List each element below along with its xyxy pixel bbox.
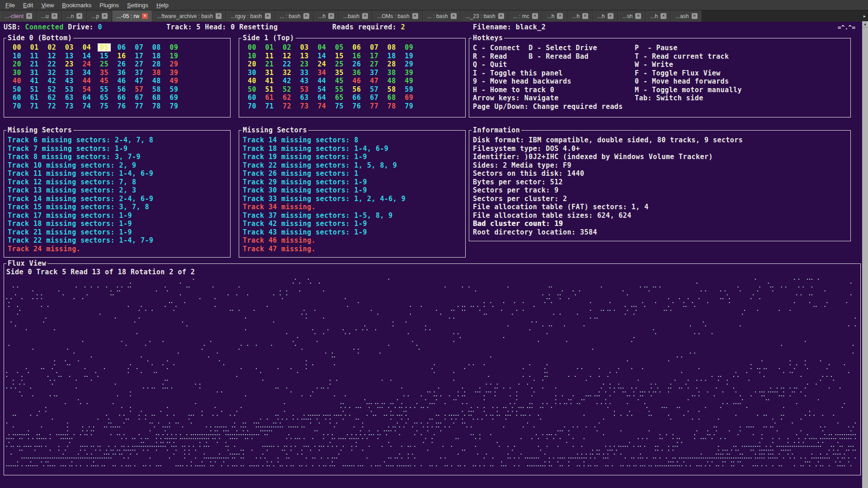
tab-close-icon[interactable]: ✕	[582, 13, 588, 19]
tab-13[interactable]: ... : mc✕	[509, 10, 542, 22]
track-cell: 51	[26, 85, 43, 94]
tab-close-icon[interactable]: ✕	[635, 13, 641, 19]
track-cell: 52	[278, 85, 296, 94]
track-cell: 49	[165, 77, 183, 85]
track-cell: 71	[261, 102, 278, 111]
track-cell: 07	[365, 43, 383, 52]
tab-close-icon[interactable]: ✕	[216, 13, 222, 19]
tab-4[interactable]: ...-05 : rw✕	[112, 10, 152, 22]
track-cell: 15	[330, 52, 348, 61]
tab-17[interactable]: ...sh✕	[618, 10, 646, 22]
scroll-up-icon[interactable]: ▲	[862, 21, 868, 28]
track-cell: 63	[61, 94, 78, 102]
tab-19[interactable]: ...ash✕	[671, 10, 702, 22]
tab-12[interactable]: ..._23 : bash✕	[461, 10, 509, 22]
tab-close-icon[interactable]: ✕	[557, 13, 563, 19]
menu-item-view[interactable]: View	[38, 1, 57, 9]
track-cell: 50	[8, 85, 26, 94]
tab-10[interactable]: ...OMs : bash✕	[373, 10, 422, 22]
tab-close-icon[interactable]: ✕	[412, 13, 418, 19]
menu-item-bookmarks[interactable]: Bookmarks	[58, 1, 95, 9]
tab-label: ...bash	[343, 13, 359, 19]
menu-item-file[interactable]: File	[2, 1, 19, 9]
missing-sectors-line: Track 10 missing sectors: 2, 9	[8, 161, 230, 170]
track-cell: 05	[330, 43, 348, 52]
tab-9[interactable]: ...bash✕	[339, 10, 373, 22]
side1-panel-title: Side 1 (Top)	[241, 34, 296, 42]
track-cell: 31	[261, 69, 278, 77]
track-cell: 23	[61, 60, 78, 69]
tab-label: ...ftware_archive : bash	[157, 13, 213, 19]
track-cell: 08	[383, 43, 401, 52]
menu-item-edit[interactable]: Edit	[19, 1, 37, 9]
tab-15[interactable]: ...h✕	[567, 10, 593, 22]
tab-label: ... : bash	[427, 13, 448, 19]
tab-7[interactable]: ... : bash✕	[275, 10, 314, 22]
tab-label: ...OMs : bash	[377, 13, 409, 19]
track-cell: 25	[330, 60, 348, 69]
tab-5[interactable]: ...ftware_archive : bash✕	[152, 10, 226, 22]
menu-item-plugins[interactable]: Plugins	[96, 1, 123, 9]
tab-close-icon[interactable]: ✕	[26, 13, 32, 19]
tab-18[interactable]: ...h✕	[646, 10, 671, 22]
track-cell: 72	[43, 102, 61, 111]
menu-item-help[interactable]: Help	[153, 1, 172, 9]
tab-close-icon[interactable]: ✕	[142, 13, 148, 19]
track-cell: 58	[148, 85, 165, 94]
tab-label: ...p	[91, 13, 99, 19]
tab-close-icon[interactable]: ✕	[265, 13, 271, 19]
track-cell: 51	[261, 85, 278, 94]
tab-1[interactable]: ...u✕	[37, 10, 62, 22]
track-cell: 00	[243, 43, 261, 52]
missing-sectors-line: Track 37 missing sectors: 1-5, 8, 9	[243, 211, 465, 220]
tab-11[interactable]: ... : bash✕	[423, 10, 461, 22]
track-cell: 79	[400, 102, 418, 111]
terminal-screen[interactable]: USB: Connected Drive: 0Track: 5 Head: 0 …	[0, 22, 868, 488]
track-cell: 61	[26, 94, 43, 102]
tab-14[interactable]: ...h✕	[542, 10, 568, 22]
track-cell: 32	[43, 69, 61, 77]
tab-close-icon[interactable]: ✕	[608, 13, 613, 19]
tab-2[interactable]: ...n✕	[62, 10, 87, 22]
tab-close-icon[interactable]: ✕	[451, 13, 457, 19]
tab-close-icon[interactable]: ✕	[76, 13, 82, 19]
tab-scroll-right-icon[interactable]: ▸	[861, 10, 868, 22]
missing-sectors-line: Track 26 missing sectors: 1	[243, 169, 465, 178]
track-cell: 36	[348, 69, 366, 77]
track-cell: 11	[26, 52, 43, 61]
track-cell: 13	[296, 52, 313, 61]
track-cell: 21	[26, 60, 43, 69]
missing-sectors-line: Track 24 missing.	[8, 245, 230, 253]
missing-sectors-line: Track 18 missing sectors: 1-9	[8, 220, 230, 228]
tab-6[interactable]: ...rguy : bash✕	[226, 10, 275, 22]
track-cell: 62	[43, 94, 61, 102]
tab-close-icon[interactable]: ✕	[692, 13, 698, 19]
track-cell: 46	[113, 77, 131, 85]
tab-label: ...n	[66, 13, 74, 19]
tab-close-icon[interactable]: ✕	[52, 13, 57, 19]
tab-close-icon[interactable]: ✕	[303, 13, 309, 19]
tab-close-icon[interactable]: ✕	[498, 13, 504, 19]
track-cell: 22	[278, 60, 296, 69]
track-cell: 60	[8, 94, 26, 102]
tab-close-icon[interactable]: ✕	[362, 13, 368, 19]
tab-16[interactable]: ...h✕	[593, 10, 618, 22]
track-cell: 62	[278, 94, 296, 102]
tab-close-icon[interactable]: ✕	[660, 13, 666, 19]
tab-close-icon[interactable]: ✕	[532, 13, 538, 19]
track-cell: 66	[348, 94, 366, 102]
track-cell: 02	[278, 43, 296, 52]
tab-close-icon[interactable]: ✕	[102, 13, 108, 19]
tab-close-icon[interactable]: ✕	[328, 13, 334, 19]
menu-item-settings[interactable]: Settings	[123, 1, 152, 9]
info-line: Disk format: IBM compatible, double side…	[473, 136, 850, 145]
tab-8[interactable]: ...h✕	[314, 10, 339, 22]
hotkeys-panel-title: Hotkeys	[472, 34, 504, 42]
missing-sectors-line: Track 15 missing sectors: 3, 7, 8	[8, 203, 230, 211]
track-cell: 56	[113, 85, 131, 94]
track-cell: 75	[330, 102, 348, 111]
tab-0[interactable]: ...-client✕	[0, 10, 37, 22]
tab-3[interactable]: ...p✕	[87, 10, 112, 22]
scrollbar[interactable]: ▲	[862, 21, 868, 488]
tab-bar: ...-client✕...u✕...n✕...p✕...-05 : rw✕..…	[0, 10, 868, 22]
